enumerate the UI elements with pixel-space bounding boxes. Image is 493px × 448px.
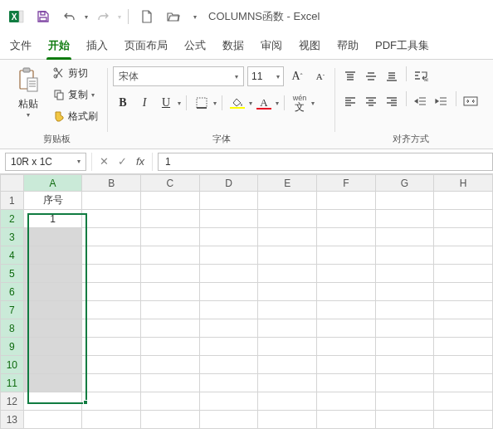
column-header[interactable]: D xyxy=(199,175,258,192)
font-color-button[interactable]: A xyxy=(254,93,274,113)
cell[interactable] xyxy=(375,283,434,301)
worksheet-grid[interactable]: ABCDEFGH1序号21345678910111213 xyxy=(0,174,493,429)
paste-button[interactable]: 粘贴 ▾ xyxy=(10,63,46,126)
cell[interactable] xyxy=(317,301,376,319)
cell[interactable] xyxy=(82,411,141,429)
cell[interactable] xyxy=(199,192,258,210)
cell[interactable] xyxy=(434,283,493,301)
chevron-down-icon[interactable]: ▾ xyxy=(213,100,217,107)
select-all-corner[interactable] xyxy=(1,175,24,192)
cut-button[interactable]: 剪切 xyxy=(48,63,103,83)
row-header[interactable]: 6 xyxy=(1,283,24,301)
cell[interactable] xyxy=(199,338,258,356)
bold-button[interactable]: B xyxy=(113,93,133,113)
cell[interactable] xyxy=(141,192,200,210)
undo-button[interactable] xyxy=(58,5,81,28)
cell[interactable] xyxy=(23,374,82,392)
cell[interactable] xyxy=(434,392,493,411)
cell[interactable] xyxy=(82,265,141,283)
column-header[interactable]: H xyxy=(434,175,493,192)
cell[interactable] xyxy=(375,265,434,283)
cell[interactable] xyxy=(141,356,200,374)
cell[interactable] xyxy=(434,411,493,429)
column-header[interactable]: A xyxy=(23,175,82,192)
insert-function-button[interactable]: fx xyxy=(132,153,149,170)
tab-home[interactable]: 开始 xyxy=(46,33,71,59)
chevron-down-icon[interactable]: ▾ xyxy=(249,100,252,107)
cell[interactable] xyxy=(434,319,493,338)
cell[interactable] xyxy=(434,301,493,319)
cell[interactable] xyxy=(82,338,141,356)
cell[interactable] xyxy=(82,374,141,392)
cell[interactable] xyxy=(375,228,434,246)
row-header[interactable]: 2 xyxy=(1,210,24,228)
cell[interactable] xyxy=(375,319,434,338)
cell[interactable] xyxy=(199,228,258,246)
merge-cells-button[interactable] xyxy=(461,91,481,111)
cell[interactable] xyxy=(258,228,317,246)
cell[interactable] xyxy=(375,210,434,228)
row-header[interactable]: 7 xyxy=(1,301,24,319)
decrease-indent-button[interactable] xyxy=(411,91,431,111)
column-header[interactable]: C xyxy=(141,175,200,192)
cell[interactable] xyxy=(317,246,376,265)
cell[interactable] xyxy=(141,283,200,301)
increase-indent-button[interactable] xyxy=(432,91,452,111)
save-button[interactable] xyxy=(32,5,55,28)
align-middle-button[interactable] xyxy=(361,66,381,86)
cell[interactable] xyxy=(317,210,376,228)
cell[interactable] xyxy=(375,192,434,210)
cell[interactable] xyxy=(141,411,200,429)
border-button[interactable] xyxy=(192,93,212,113)
cell[interactable] xyxy=(199,356,258,374)
cell[interactable] xyxy=(258,265,317,283)
cell[interactable] xyxy=(258,283,317,301)
tab-view[interactable]: 视图 xyxy=(297,33,322,59)
cell[interactable] xyxy=(317,228,376,246)
cell[interactable] xyxy=(141,265,200,283)
tab-help[interactable]: 帮助 xyxy=(335,33,360,59)
cell[interactable] xyxy=(141,228,200,246)
cell[interactable] xyxy=(434,374,493,392)
decrease-font-button[interactable]: Aˇ xyxy=(310,66,330,86)
underline-button[interactable]: U xyxy=(156,93,176,113)
cell[interactable] xyxy=(375,301,434,319)
new-file-button[interactable] xyxy=(135,5,159,28)
cell[interactable] xyxy=(375,338,434,356)
column-header[interactable]: E xyxy=(258,175,317,192)
tab-page-layout[interactable]: 页面布局 xyxy=(123,33,169,59)
tab-file[interactable]: 文件 xyxy=(8,33,33,59)
tab-review[interactable]: 审阅 xyxy=(259,33,284,59)
align-bottom-button[interactable] xyxy=(382,66,402,86)
cell[interactable] xyxy=(258,411,317,429)
cell[interactable]: 序号 xyxy=(23,192,82,210)
cell[interactable] xyxy=(82,192,141,210)
cell[interactable] xyxy=(23,246,82,265)
chevron-down-icon[interactable]: ▾ xyxy=(178,100,181,107)
formula-input[interactable]: 1 xyxy=(158,153,493,171)
cell[interactable] xyxy=(23,301,82,319)
cancel-formula-button[interactable]: ✕ xyxy=(95,153,112,170)
undo-dropdown[interactable]: ▾ xyxy=(85,13,88,21)
cell[interactable] xyxy=(317,338,376,356)
row-header[interactable]: 13 xyxy=(1,411,24,429)
cell[interactable] xyxy=(141,319,200,338)
increase-font-button[interactable]: Aˆ xyxy=(287,66,307,86)
cell[interactable] xyxy=(434,192,493,210)
cell[interactable] xyxy=(82,228,141,246)
cell[interactable] xyxy=(317,411,376,429)
cell[interactable] xyxy=(82,210,141,228)
cell[interactable] xyxy=(23,392,82,411)
cell[interactable] xyxy=(82,392,141,411)
align-top-button[interactable] xyxy=(340,66,360,86)
row-header[interactable]: 4 xyxy=(1,246,24,265)
row-header[interactable]: 3 xyxy=(1,228,24,246)
cell[interactable] xyxy=(434,246,493,265)
cell[interactable] xyxy=(258,338,317,356)
cell[interactable] xyxy=(199,319,258,338)
cell[interactable] xyxy=(434,265,493,283)
font-size-select[interactable]: 11 ▾ xyxy=(247,66,284,86)
cell[interactable] xyxy=(141,210,200,228)
cell[interactable] xyxy=(82,283,141,301)
row-header[interactable]: 5 xyxy=(1,265,24,283)
